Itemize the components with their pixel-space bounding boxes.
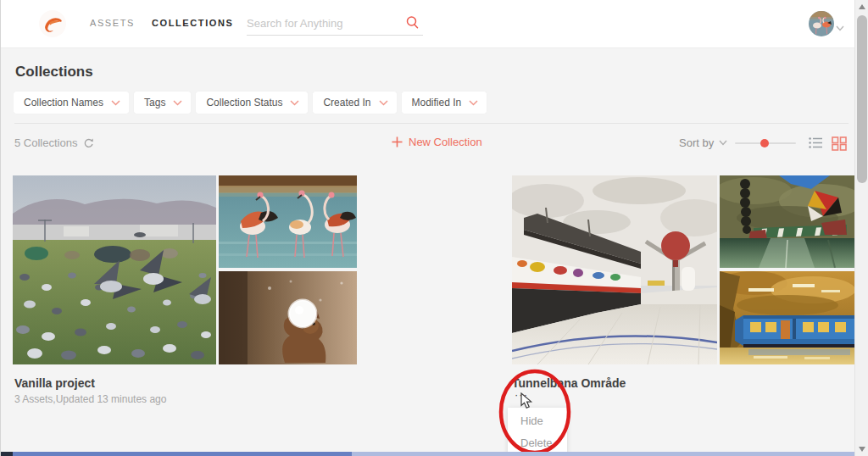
- grid-view-button[interactable]: [832, 136, 847, 154]
- new-collection-label: New Collection: [409, 136, 482, 148]
- collections-count: 5 Collections: [14, 136, 77, 149]
- filter-label: Created In: [323, 97, 370, 108]
- vertical-scrollbar-thumb[interactable]: [857, 15, 867, 183]
- collection-meta: 3 Assets,Updated 13 minutes ago: [14, 393, 166, 405]
- filter-tags[interactable]: Tags: [134, 92, 191, 114]
- thumb-blue-train-golden-cave[interactable]: [720, 271, 854, 364]
- thumb-squirrel-with-snowball[interactable]: [219, 271, 357, 364]
- filter-collection-names[interactable]: Collection Names: [14, 92, 129, 114]
- top-navbar: ASSETS COLLECTIONS: [1, 0, 854, 48]
- menu-item-hide[interactable]: Hide: [508, 410, 567, 432]
- scroll-down-arrow-icon[interactable]: [859, 447, 865, 452]
- mouse-cursor-icon: [520, 392, 533, 409]
- collection-title: Vanilla project: [14, 376, 95, 390]
- chevron-down-icon: [469, 100, 478, 106]
- filter-bar: Collection Names Tags Collection Status …: [14, 92, 487, 114]
- filter-modified-in[interactable]: Modified In: [402, 92, 487, 114]
- refresh-icon[interactable]: [82, 137, 94, 149]
- page-title: Collections: [15, 64, 93, 81]
- thumb-painted-cave-station[interactable]: [720, 175, 854, 268]
- horizontal-scrollbar[interactable]: [1, 452, 854, 456]
- sort-by-label: Sort by: [679, 136, 714, 149]
- list-view-button[interactable]: [809, 136, 823, 153]
- chevron-down-icon: [173, 100, 182, 106]
- brand-logo[interactable]: [39, 10, 66, 37]
- tab-assets[interactable]: ASSETS: [90, 18, 135, 28]
- filter-label: Tags: [144, 97, 165, 108]
- horizontal-scrollbar-thumb[interactable]: [13, 452, 352, 456]
- avatar-flamingo-photo: [809, 11, 834, 36]
- filter-created-in[interactable]: Created In: [313, 92, 396, 114]
- thumb-pigeon-flock-field[interactable]: [13, 175, 216, 364]
- falcon-swoosh-icon: [42, 13, 64, 35]
- thumb-flamingos-in-water[interactable]: [219, 175, 357, 268]
- grid-view-icon: [832, 136, 847, 151]
- chevron-down-icon: [290, 100, 299, 106]
- filter-label: Collection Names: [24, 97, 103, 108]
- plus-icon: [392, 136, 403, 147]
- user-avatar[interactable]: [809, 11, 834, 36]
- chevron-down-icon: [111, 100, 120, 106]
- vertical-scrollbar[interactable]: [854, 0, 868, 456]
- filter-label: Modified In: [412, 97, 462, 108]
- search-input[interactable]: [247, 12, 399, 34]
- collection-title: Tunnelbana Område: [512, 376, 626, 390]
- search-icon[interactable]: [405, 15, 420, 33]
- chevron-down-icon: [719, 140, 727, 146]
- sort-by-dropdown[interactable]: Sort by: [679, 136, 727, 149]
- scroll-up-arrow-icon[interactable]: [859, 4, 865, 9]
- tab-collections[interactable]: COLLECTIONS: [152, 18, 233, 28]
- chevron-down-icon: [379, 100, 388, 106]
- global-search: [247, 12, 423, 36]
- filter-label: Collection Status: [206, 97, 282, 108]
- thumbnail-size-slider[interactable]: [735, 142, 796, 144]
- slider-thumb[interactable]: [760, 139, 769, 147]
- new-collection-button[interactable]: New Collection: [392, 136, 482, 148]
- context-menu: Hide Delete: [508, 408, 567, 456]
- filter-collection-status[interactable]: Collection Status: [196, 92, 308, 114]
- avatar-chevron-down-icon[interactable]: [836, 19, 844, 35]
- section-divider: [14, 123, 849, 124]
- list-view-icon: [809, 136, 823, 149]
- window-corner: [1, 452, 13, 456]
- thumb-metro-platform-cave[interactable]: [512, 175, 717, 364]
